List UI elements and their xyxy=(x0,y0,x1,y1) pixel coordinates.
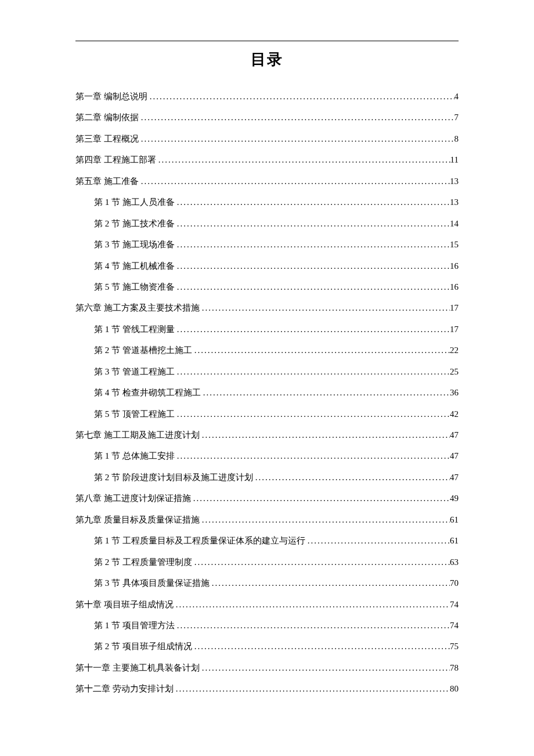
toc-leader-dots xyxy=(175,213,450,234)
toc-entry[interactable]: 第 3 节 具体项目质量保证措施70 xyxy=(75,573,459,593)
toc-entry[interactable]: 第八章 施工进度计划保证措施49 xyxy=(75,488,459,509)
toc-leader-dots xyxy=(175,234,450,255)
toc-label: 第 3 节 管道工程施工 xyxy=(94,361,175,382)
toc-leader-dots xyxy=(175,276,450,297)
toc-leader-dots xyxy=(192,636,450,657)
toc-page-number: 16 xyxy=(450,255,459,276)
toc-page-number: 17 xyxy=(450,297,459,318)
toc-leader-dots xyxy=(175,255,450,276)
toc-page-number: 17 xyxy=(450,319,459,340)
toc-leader-dots xyxy=(139,128,454,149)
toc-entry[interactable]: 第七章 施工工期及施工进度计划47 xyxy=(75,424,459,445)
toc-page-number: 14 xyxy=(450,213,459,234)
toc-page-number: 8 xyxy=(454,128,459,149)
toc-label: 第一章 编制总说明 xyxy=(75,86,147,107)
toc-entry[interactable]: 第九章 质量目标及质量保证措施61 xyxy=(75,509,459,530)
toc-page-number: 78 xyxy=(450,657,459,678)
toc-entry[interactable]: 第 2 节 阶段进度计划目标及施工进度计划47 xyxy=(75,467,459,488)
toc-label: 第 3 节 具体项目质量保证措施 xyxy=(94,573,210,593)
toc-leader-dots xyxy=(200,424,450,445)
toc-leader-dots xyxy=(175,192,450,213)
toc-page-number: 49 xyxy=(450,488,459,509)
toc-leader-dots xyxy=(175,615,450,636)
toc-page-number: 47 xyxy=(450,467,459,488)
toc-label: 第四章 工程施工部署 xyxy=(75,149,156,170)
page-title: 目录 xyxy=(75,49,459,70)
toc-label: 第十章 项目班子组成情况 xyxy=(75,594,174,615)
toc-page-number: 47 xyxy=(450,424,459,445)
toc-page-number: 75 xyxy=(450,636,459,657)
toc-label: 第 3 节 施工现场准备 xyxy=(94,234,175,255)
toc-label: 第 2 节 项目班子组成情况 xyxy=(94,636,192,657)
toc-leader-dots xyxy=(192,340,450,361)
toc-label: 第九章 质量目标及质量保证措施 xyxy=(75,509,200,530)
toc-entry[interactable]: 第 2 节 管道基槽挖土施工22 xyxy=(75,340,459,361)
toc-leader-dots xyxy=(156,149,450,170)
toc-entry[interactable]: 第二章 编制依据7 xyxy=(75,107,459,128)
toc-entry[interactable]: 第 3 节 管道工程施工25 xyxy=(75,361,459,382)
toc-leader-dots xyxy=(200,509,450,530)
toc-page-number: 4 xyxy=(454,86,459,107)
toc-page-number: 70 xyxy=(450,573,459,593)
toc-label: 第八章 施工进度计划保证措施 xyxy=(75,488,191,509)
toc-entry[interactable]: 第三章 工程概况8 xyxy=(75,128,459,149)
toc-label: 第十一章 主要施工机具装备计划 xyxy=(75,657,200,678)
toc-label: 第 1 节 管线工程测量 xyxy=(94,319,175,340)
toc-entry[interactable]: 第 4 节 检查井砌筑工程施工36 xyxy=(75,382,459,403)
toc-entry[interactable]: 第十一章 主要施工机具装备计划78 xyxy=(75,657,459,678)
toc-page-number: 47 xyxy=(450,445,459,466)
toc-entry[interactable]: 第六章 施工方案及主要技术措施17 xyxy=(75,297,459,318)
toc-page-number: 11 xyxy=(450,149,459,170)
toc-entry[interactable]: 第十章 项目班子组成情况74 xyxy=(75,594,459,615)
toc-entry[interactable]: 第 3 节 施工现场准备15 xyxy=(75,234,459,255)
toc-leader-dots xyxy=(210,573,450,593)
toc-entry[interactable]: 第 5 节 施工物资准备16 xyxy=(75,276,459,297)
toc-entry[interactable]: 第 2 节 工程质量管理制度63 xyxy=(75,552,459,573)
toc-leader-dots xyxy=(175,319,450,340)
toc-leader-dots xyxy=(200,297,450,318)
toc-entry[interactable]: 第四章 工程施工部署11 xyxy=(75,149,459,170)
toc-page-number: 16 xyxy=(450,276,459,297)
toc-entry[interactable]: 第 1 节 施工人员准备13 xyxy=(75,192,459,213)
toc-entry[interactable]: 第 1 节 工程质量目标及工程质量保证体系的建立与运行61 xyxy=(75,530,459,551)
toc-label: 第 4 节 检查井砌筑工程施工 xyxy=(94,382,201,403)
toc-label: 第二章 编制依据 xyxy=(75,107,139,128)
toc-page-number: 74 xyxy=(450,594,459,615)
toc-leader-dots xyxy=(175,404,450,424)
toc-leader-dots xyxy=(192,552,450,573)
toc-label: 第六章 施工方案及主要技术措施 xyxy=(75,297,200,318)
toc-entry[interactable]: 第一章 编制总说明4 xyxy=(75,86,459,107)
toc-entry[interactable]: 第 2 节 项目班子组成情况75 xyxy=(75,636,459,657)
toc-page-number: 74 xyxy=(450,615,459,636)
toc-label: 第五章 施工准备 xyxy=(75,171,139,192)
toc-label: 第七章 施工工期及施工进度计划 xyxy=(75,424,200,445)
top-separator xyxy=(75,41,459,41)
toc-entry[interactable]: 第十二章 劳动力安排计划80 xyxy=(75,678,459,699)
toc-page-number: 42 xyxy=(450,404,459,424)
toc-entry[interactable]: 第五章 施工准备13 xyxy=(75,171,459,192)
toc-entry[interactable]: 第 4 节 施工机械准备16 xyxy=(75,255,459,276)
toc-leader-dots xyxy=(174,594,450,615)
toc-page-number: 61 xyxy=(450,530,459,551)
toc-leader-dots xyxy=(201,382,450,403)
toc-entry[interactable]: 第 1 节 项目管理方法74 xyxy=(75,615,459,636)
toc-leader-dots xyxy=(191,488,450,509)
toc-leader-dots xyxy=(200,657,450,678)
toc-leader-dots xyxy=(139,107,454,128)
toc-leader-dots xyxy=(175,445,450,466)
toc-page-number: 13 xyxy=(450,171,459,192)
toc-page-number: 13 xyxy=(450,192,459,213)
toc-label: 第十二章 劳动力安排计划 xyxy=(75,678,174,699)
toc-label: 第 1 节 项目管理方法 xyxy=(94,615,175,636)
toc-label: 第 1 节 总体施工安排 xyxy=(94,445,175,466)
toc-list: 第一章 编制总说明4第二章 编制依据7第三章 工程概况8第四章 工程施工部署11… xyxy=(75,86,459,700)
toc-label: 第 1 节 施工人员准备 xyxy=(94,192,175,213)
toc-entry[interactable]: 第 1 节 总体施工安排47 xyxy=(75,445,459,466)
toc-entry[interactable]: 第 2 节 施工技术准备14 xyxy=(75,213,459,234)
toc-leader-dots xyxy=(139,171,450,192)
toc-entry[interactable]: 第 1 节 管线工程测量17 xyxy=(75,319,459,340)
toc-entry[interactable]: 第 5 节 顶管工程施工42 xyxy=(75,404,459,424)
toc-page-number: 7 xyxy=(454,107,459,128)
toc-leader-dots xyxy=(147,86,454,107)
toc-leader-dots xyxy=(174,678,450,699)
